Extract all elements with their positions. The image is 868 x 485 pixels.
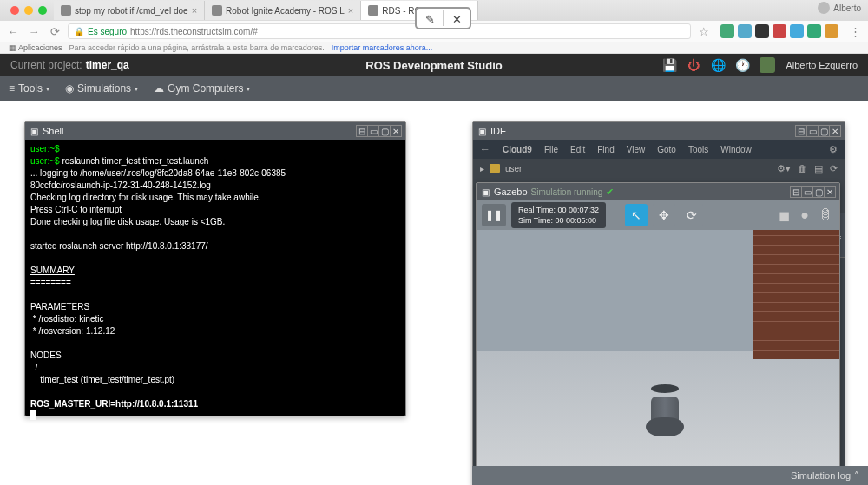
ide-menu-tools[interactable]: Tools (688, 145, 708, 154)
avatar-icon[interactable] (760, 57, 775, 73)
simulation-log-label: Simulation log (791, 470, 851, 481)
extension-icon[interactable] (738, 24, 752, 38)
gear-icon[interactable]: ⚙▾ (777, 163, 791, 174)
ide-menu-edit[interactable]: Edit (570, 145, 585, 154)
profile-name: Alberto (833, 3, 861, 13)
shell-titlebar[interactable]: ▣ Shell ⊟ ▭ ▢ ✕ (25, 122, 405, 140)
panel-title-text: Gazebo (494, 187, 528, 197)
close-icon[interactable]: × (348, 5, 353, 16)
gazebo-titlebar[interactable]: ▣ Gazebo Simulation running ✔ ⊟ ▭ ▢ ✕ (477, 183, 839, 200)
maximize-window-icon[interactable] (38, 6, 47, 15)
panel-minimize-icon[interactable]: ▭ (801, 186, 813, 198)
favicon-icon (61, 5, 71, 16)
lock-icon: 🔒 (74, 27, 84, 36)
ide-back-icon[interactable]: ← (480, 143, 490, 155)
terminal-icon: ▣ (29, 126, 39, 136)
browser-tab-1[interactable]: Robot Ignite Academy - ROS L × (205, 1, 361, 20)
back-button[interactable]: ← (5, 23, 21, 39)
panel-close-icon[interactable]: ✕ (390, 125, 402, 137)
ide-brand: Cloud9 (503, 145, 532, 154)
shell-output[interactable]: user:~$ user:~$ roslaunch timer_test tim… (25, 140, 405, 427)
ide-menu-window[interactable]: Window (720, 145, 752, 154)
save-icon[interactable]: 💾 (662, 58, 676, 72)
folder-icon (490, 164, 500, 173)
reload-button[interactable]: ⟳ (47, 23, 62, 39)
ide-menu-file[interactable]: File (544, 145, 558, 154)
simulation-log-bar[interactable]: Simulation log ˄ (472, 466, 868, 485)
chevron-right-icon[interactable]: ▸ (480, 164, 484, 174)
power-icon[interactable]: ⏻ (687, 58, 700, 72)
ide-file-tree[interactable]: ▸ user ⚙▾ 🗑 ▤ ⟳ (473, 159, 845, 178)
panel-minimize-icon[interactable]: ▭ (367, 125, 379, 137)
extension-icon[interactable] (807, 24, 821, 38)
ide-menu-view[interactable]: View (627, 145, 646, 154)
cube-shape-icon[interactable]: ◼ (775, 206, 792, 224)
address-bar[interactable]: 🔒 Es seguro https://rds.theconstructsim.… (68, 23, 691, 39)
close-window-icon[interactable] (10, 6, 19, 15)
gear-icon[interactable]: ⚙ (829, 144, 838, 155)
ide-menu-goto[interactable]: Goto (657, 145, 676, 154)
clock-icon[interactable]: 🕐 (735, 58, 749, 72)
app-header: Current project: timer_qa ROS Developmen… (0, 54, 868, 76)
trash-icon[interactable]: 🗑 (798, 163, 807, 174)
menu-simulations[interactable]: ◉ Simulations ▾ (65, 82, 138, 95)
pause-button[interactable]: ❚❚ (482, 204, 506, 226)
import-bookmarks-link[interactable]: Importar marcadores ahora... (332, 43, 433, 52)
ide-icon: ▣ (477, 126, 487, 136)
panel-minimize-icon[interactable]: ▭ (806, 125, 819, 137)
cursor (30, 410, 36, 420)
menu-icon[interactable]: ⋮ (847, 23, 863, 39)
menu-gym[interactable]: ☁ Gym Computers ▾ (154, 82, 250, 95)
panel-maximize-icon[interactable]: ▢ (378, 125, 391, 137)
close-icon[interactable]: ✕ (445, 10, 468, 28)
panel-options-icon[interactable]: ⊟ (795, 125, 807, 137)
panel-close-icon[interactable]: ✕ (829, 125, 841, 137)
browser-profile[interactable]: Alberto (818, 2, 861, 14)
extension-icon[interactable] (825, 24, 838, 38)
edit-icon[interactable]: ✎ (418, 10, 441, 28)
extension-icon[interactable] (755, 24, 769, 38)
floating-toolbar: ✎ ✕ (415, 7, 471, 29)
panel-maximize-icon[interactable]: ▢ (812, 186, 825, 198)
ide-titlebar[interactable]: ▣ IDE ⊟ ▭ ▢ ✕ (473, 122, 845, 140)
move-tool-icon[interactable]: ✥ (653, 204, 675, 226)
cylinder-shape-icon[interactable]: 🛢 (817, 206, 834, 224)
chevron-up-icon[interactable]: ˄ (854, 470, 859, 482)
gazebo-panel: ▣ Gazebo Simulation running ✔ ⊟ ▭ ▢ ✕ ❚❚… (476, 182, 840, 485)
robot-object[interactable] (646, 384, 684, 436)
panel-options-icon[interactable]: ⊟ (356, 125, 368, 137)
folder-name[interactable]: user (505, 164, 522, 174)
window-controls[interactable] (3, 6, 54, 15)
minimize-window-icon[interactable] (24, 6, 33, 15)
extensions (717, 24, 842, 38)
separator (443, 10, 444, 26)
cursor-tool-icon[interactable]: ↖ (625, 204, 648, 226)
panel-maximize-icon[interactable]: ▢ (818, 125, 830, 137)
project-name: timer_qa (86, 59, 129, 71)
check-icon: ✔ (606, 187, 614, 198)
panel-icon[interactable]: ▤ (814, 163, 823, 174)
extension-icon[interactable] (773, 24, 786, 38)
sphere-shape-icon[interactable]: ● (796, 206, 813, 224)
ide-menu-find[interactable]: Find (597, 145, 614, 154)
tab-title: Robot Ignite Academy - ROS L (226, 6, 345, 16)
apps-link[interactable]: ▦ Aplicaciones (9, 43, 62, 52)
browser-tab-0[interactable]: stop my robot if /cmd_vel doe × (54, 1, 205, 20)
gazebo-3d-view[interactable] (477, 230, 839, 485)
panel-title-text: IDE (490, 126, 506, 136)
panel-options-icon[interactable]: ⊟ (790, 186, 802, 198)
app-title: ROS Development Studio (365, 59, 502, 72)
menu-tools[interactable]: ≡ Tools ▾ (9, 82, 49, 95)
globe-icon[interactable]: 🌐 (711, 58, 725, 72)
forward-button[interactable]: → (26, 23, 42, 39)
rotate-tool-icon[interactable]: ⟳ (681, 204, 703, 226)
extension-icon[interactable] (790, 24, 804, 38)
refresh-icon[interactable]: ⟳ (830, 163, 838, 174)
close-icon[interactable]: × (192, 5, 197, 16)
panel-close-icon[interactable]: ✕ (824, 186, 836, 198)
star-icon[interactable]: ☆ (696, 23, 712, 39)
gazebo-toolbar: ❚❚ Real Time: 00 00:07:32 Sim Time: 00 0… (477, 200, 839, 230)
gazebo-icon: ▣ (480, 187, 490, 197)
menu-bar: ≡ Tools ▾ ◉ Simulations ▾ ☁ Gym Computer… (0, 76, 868, 101)
extension-icon[interactable] (720, 24, 734, 38)
